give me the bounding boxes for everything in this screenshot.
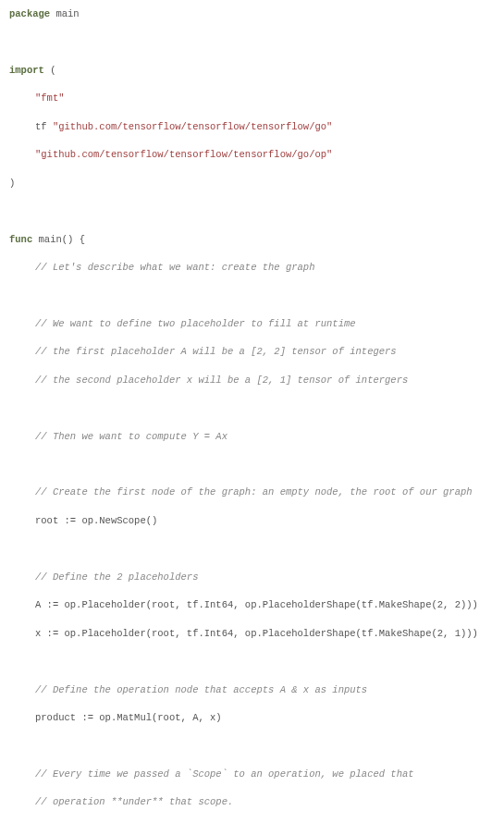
- func-name: main(): [39, 234, 74, 245]
- import-path: "fmt": [35, 92, 65, 104]
- code-line: product := op.MatMul(root, A, x): [35, 712, 222, 723]
- comment: // Define the operation node that accept…: [35, 684, 367, 695]
- comment: // Let's describe what we want: create t…: [35, 262, 314, 273]
- code-block: package main import ( "fmt" tf "github.c…: [9, 7, 495, 823]
- keyword: import: [9, 65, 44, 76]
- paren: (: [50, 65, 55, 76]
- keyword: func: [9, 234, 32, 245]
- comment: // operation **under** that scope.: [35, 796, 233, 807]
- brace: {: [80, 234, 85, 245]
- comment: // Every time we passed a `Scope` to an …: [35, 768, 414, 780]
- import-path: "github.com/tensorflow/tensorflow/tensor…: [35, 149, 332, 160]
- keyword: package: [9, 8, 50, 19]
- comment: // We want to define two placeholder to …: [35, 318, 356, 329]
- code-line: A := op.Placeholder(root, tf.Int64, op.P…: [35, 599, 478, 610]
- import-alias: tf: [35, 121, 47, 132]
- comment: // the second placeholder x will be a [2…: [35, 375, 408, 386]
- paren: ): [9, 178, 15, 189]
- comment: // the first placeholder A will be a [2,…: [35, 346, 397, 357]
- comment: // Define the 2 placeholders: [35, 571, 198, 583]
- import-path: "github.com/tensorflow/tensorflow/tensor…: [53, 121, 332, 132]
- code-line: root := op.NewScope(): [35, 515, 157, 526]
- comment: // Create the first node of the graph: a…: [35, 486, 473, 497]
- package-name: main: [55, 8, 79, 19]
- code-line: x := op.Placeholder(root, tf.Int64, op.P…: [35, 628, 478, 639]
- comment: // Then we want to compute Y = Ax: [35, 431, 227, 442]
